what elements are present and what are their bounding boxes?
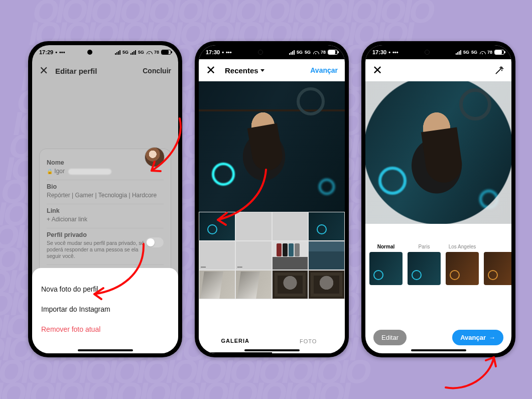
gallery-thumb[interactable] — [235, 270, 272, 299]
album-dropdown[interactable]: Recentes — [225, 66, 310, 75]
gallery-thumb[interactable] — [235, 212, 272, 241]
home-indicator[interactable] — [411, 349, 466, 351]
chevron-down-icon — [260, 69, 264, 72]
arrow-right-icon: → — [489, 334, 495, 341]
sheet-new-photo[interactable]: Nova foto do perfil — [41, 279, 169, 299]
status-bar: 17:30 •••• 5G 5G 78 — [365, 45, 511, 59]
bio-value: Repórter | Gamer | Tecnologia | Hardcore — [47, 192, 164, 199]
signal-icon — [130, 50, 136, 55]
gallery-grid: ▬▬ ▬▬ — [199, 212, 345, 299]
gallery-thumb[interactable] — [199, 212, 235, 241]
gallery-thumb[interactable] — [272, 270, 309, 299]
private-toggle[interactable] — [146, 237, 164, 247]
wifi-icon — [146, 50, 152, 55]
filter-header: ✕ — [365, 59, 511, 81]
sheet-import-instagram[interactable]: Importar do Instagram — [41, 299, 169, 319]
phone-step-2: 17:30 •••• 5G 5G 78 ✕ Recentes Avançar — [195, 41, 349, 357]
sheet-remove-photo[interactable]: Remover foto atual — [41, 319, 169, 339]
gallery-thumb[interactable]: ▬▬ — [199, 241, 235, 270]
lock-icon: 🔒 — [47, 169, 53, 174]
battery-icon — [161, 50, 171, 55]
status-time: 17:29 — [39, 49, 53, 55]
private-label: Perfil privado — [47, 231, 164, 238]
filter-strip: Normal Paris Los Angeles — [365, 244, 511, 285]
status-time: 17:30 — [372, 49, 386, 55]
filter-normal[interactable]: Normal — [369, 244, 403, 285]
gallery-thumb[interactable] — [272, 212, 309, 241]
camera-hole-icon — [425, 50, 430, 55]
selected-photo-preview[interactable] — [199, 81, 345, 212]
avatar[interactable] — [145, 147, 165, 167]
filter-paris[interactable]: Paris — [408, 244, 441, 285]
battery-icon — [494, 50, 504, 55]
gallery-thumb[interactable] — [272, 241, 309, 270]
filter-bottom-bar: Editar Avançar → — [365, 330, 511, 345]
camera-hole-icon — [87, 50, 92, 55]
private-section: Perfil privado Se você mudar seu perfil … — [47, 228, 164, 265]
link-label: Link — [47, 207, 164, 214]
phone-step-1: 17:29 •••• 5G 5G 78 ✕ Editar perfil Conc… — [28, 41, 182, 357]
signal-icon — [115, 50, 120, 55]
phone-step-3: 17:30 •••• 5G 5G 78 ✕ — [361, 41, 515, 357]
filter-next[interactable] — [484, 244, 511, 285]
status-time: 17:30 — [206, 49, 220, 55]
close-icon[interactable]: ✕ — [372, 63, 382, 77]
gallery-thumb[interactable] — [308, 241, 345, 270]
magic-wand-icon[interactable] — [494, 65, 504, 75]
wifi-icon — [313, 50, 319, 55]
picker-header: ✕ Recentes Avançar — [199, 59, 345, 81]
profile-form: Nome 🔒 Igor Bio Repórter | Gamer | Tecno… — [39, 149, 171, 275]
wifi-icon — [479, 50, 485, 55]
signal-icon — [456, 50, 461, 55]
home-indicator[interactable] — [78, 349, 133, 351]
link-placeholder: + Adicionar link — [47, 216, 164, 223]
bio-section[interactable]: Bio Repórter | Gamer | Tecnologia | Hard… — [47, 180, 164, 204]
gallery-thumb[interactable]: ▬▬ — [235, 241, 272, 270]
next-button[interactable]: Avançar → — [452, 330, 503, 345]
photo-action-sheet: Nova foto do perfil Importar do Instagra… — [32, 268, 178, 353]
edit-button[interactable]: Editar — [373, 330, 407, 345]
close-icon[interactable]: ✕ — [206, 63, 216, 77]
next-button[interactable]: Avançar — [310, 66, 338, 74]
name-value: Igor — [54, 168, 65, 175]
home-indicator[interactable] — [244, 349, 300, 351]
gallery-thumb[interactable] — [199, 270, 235, 299]
edit-profile-header: ✕ Editar perfil Concluir — [32, 59, 178, 82]
page-title: Editar perfil — [48, 67, 143, 75]
redacted-text — [68, 169, 111, 175]
link-section[interactable]: Link + Adicionar link — [47, 204, 164, 228]
crop-preview[interactable] — [365, 81, 511, 224]
status-bar: 17:29 •••• 5G 5G 78 — [32, 45, 178, 59]
private-desc: Se você mudar seu perfil para privado, s… — [47, 240, 147, 259]
gallery-thumb[interactable] — [308, 270, 345, 299]
done-button[interactable]: Concluir — [143, 67, 171, 75]
status-bar: 17:30 •••• 5G 5G 78 — [199, 45, 345, 59]
close-icon[interactable]: ✕ — [39, 64, 48, 77]
battery-icon — [328, 50, 338, 55]
camera-hole-icon — [258, 50, 263, 55]
bio-label: Bio — [47, 183, 164, 190]
filter-los-angeles[interactable]: Los Angeles — [446, 244, 479, 285]
signal-icon — [289, 50, 295, 55]
gallery-thumb[interactable] — [308, 212, 345, 241]
